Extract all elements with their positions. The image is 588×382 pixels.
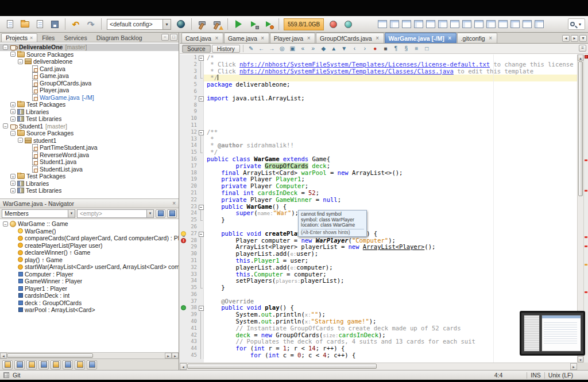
code-line[interactable]: 32 playerList.add(e:computer); xyxy=(180,264,577,271)
editor-tab-game.java[interactable]: Game.java× xyxy=(224,33,269,43)
uncomment-button[interactable]: § xyxy=(401,44,411,53)
code-line[interactable]: 42 deck = new GroupOfCards(size:cardsInD… xyxy=(180,332,577,339)
window-icon-2[interactable] xyxy=(390,20,399,28)
window-icon-12[interactable] xyxy=(510,20,520,28)
project-tree-item[interactable]: +Test Packages xyxy=(0,101,179,108)
line-number[interactable]: 37 xyxy=(187,298,198,305)
error-stripe-mark[interactable] xyxy=(585,159,587,161)
project-tree-item[interactable]: +Libraries xyxy=(0,108,179,116)
fold-icon[interactable] xyxy=(198,95,204,102)
quick-search[interactable]: ▾ xyxy=(568,18,585,30)
code-line[interactable]: 38 public void play() { xyxy=(180,305,577,311)
rectangular-selection-button[interactable]: □ xyxy=(422,44,432,53)
line-number[interactable]: 7 xyxy=(187,95,198,102)
expander-icon[interactable]: − xyxy=(18,59,23,64)
new-project-button[interactable] xyxy=(18,17,32,31)
line-number[interactable]: 14 xyxy=(187,142,198,149)
close-icon[interactable]: × xyxy=(30,36,33,41)
code-line[interactable]: 37 @Override xyxy=(180,298,577,305)
expander-icon[interactable]: − xyxy=(18,138,23,143)
line-number[interactable]: 43 xyxy=(187,338,198,345)
error-stripe-mark[interactable] xyxy=(585,245,587,247)
window-icon-6[interactable] xyxy=(438,20,447,28)
window-icon-8[interactable] xyxy=(462,20,471,28)
panel-tab-projects[interactable]: Projects× xyxy=(1,33,37,42)
run-gc-button[interactable] xyxy=(341,17,355,31)
scroll-tabs-left-button[interactable]: ◂ xyxy=(562,35,570,42)
line-number[interactable]: 9 xyxy=(187,108,198,115)
line-number[interactable]: 30 xyxy=(187,251,198,258)
expander-icon[interactable]: − xyxy=(10,131,16,136)
code-line[interactable]: 27 public void createPlayerList(Player u… xyxy=(180,231,577,237)
highlight-occurrences-button[interactable]: ▣ xyxy=(288,44,297,53)
code-line[interactable]: 5package deliverableone; xyxy=(180,81,577,88)
fold-icon[interactable] xyxy=(198,129,204,136)
line-number[interactable]: 20 xyxy=(187,183,198,190)
expander-icon[interactable]: − xyxy=(10,52,16,57)
project-tree-item[interactable]: −Source Packages xyxy=(0,130,179,137)
shift-line-left-button[interactable]: ‹ xyxy=(350,44,359,53)
code-line[interactable]: 6 xyxy=(180,88,577,95)
navigator-sort-button[interactable] xyxy=(156,209,165,218)
line-number[interactable]: 22 xyxy=(187,197,198,204)
navigator-item[interactable]: play() ↑ Game xyxy=(0,256,179,264)
project-tree-item[interactable]: +Test Libraries xyxy=(0,115,179,123)
line-number[interactable]: 34 xyxy=(187,278,198,284)
line-number[interactable]: 32 xyxy=(187,264,198,271)
line-number[interactable]: 15 xyxy=(187,149,198,156)
shift-line-right-button[interactable]: › xyxy=(360,44,370,53)
next-error-button[interactable]: ▼ xyxy=(339,44,349,53)
window-icon-10[interactable] xyxy=(486,20,496,28)
close-icon[interactable]: × xyxy=(260,36,265,41)
error-stripe-mark[interactable] xyxy=(585,264,587,266)
line-number[interactable]: 13 xyxy=(187,136,198,143)
code-line[interactable]: 30 playerList.add(e:user); xyxy=(180,251,577,258)
line-number[interactable]: 40 xyxy=(187,318,198,325)
editor-tab-groupofcards.java[interactable]: GroupOfCards.java× xyxy=(316,33,384,43)
window-icon-9[interactable] xyxy=(474,20,483,28)
scroll-right-icon[interactable]: ▸ xyxy=(165,353,172,358)
memory-indicator[interactable]: 559.8/1.0GB xyxy=(284,18,324,30)
line-number[interactable]: 36 xyxy=(187,291,198,298)
editor-tab-wargame.java[interactable]: WarGame.java [-/M]× xyxy=(385,33,457,43)
navigator-item[interactable]: createPlayerList(Player user) xyxy=(0,242,179,250)
source-view-button[interactable]: Source xyxy=(182,45,211,53)
project-tree-item[interactable]: +Libraries xyxy=(0,180,179,188)
navigator-item[interactable]: GameWinner : Player xyxy=(0,278,179,285)
fold-icon[interactable] xyxy=(198,204,204,211)
sort-by-name-icon[interactable] xyxy=(63,360,73,369)
code-line[interactable]: 31 this.Player1 = user; xyxy=(180,258,577,264)
scroll-right-icon[interactable]: ▸ xyxy=(172,353,179,358)
line-number[interactable]: 21 xyxy=(187,190,198,197)
code-area[interactable]: 1/*2 * Click nbfs://nbhost/SystemFileSys… xyxy=(180,54,577,362)
code-line[interactable]: 28 Player computer = new WarPlayer("Comp… xyxy=(180,237,577,244)
code-line[interactable]: 12/** xyxy=(180,129,577,136)
code-line[interactable]: 11 xyxy=(180,122,577,129)
line-ending-indicator[interactable]: Unix (LF) xyxy=(548,372,573,379)
line-number[interactable]: 39 xyxy=(187,311,198,318)
code-line[interactable]: 43 // Populates the deck of cards, 4 sui… xyxy=(180,338,577,345)
expander-icon[interactable]: + xyxy=(10,174,16,179)
scroll-left-icon[interactable]: ◂ xyxy=(180,363,187,370)
line-number[interactable]: 6 xyxy=(187,88,198,95)
code-line[interactable]: 33 this.Computer = computer; xyxy=(180,271,577,278)
filter-show-public-icon[interactable] xyxy=(38,360,49,369)
open-project-button[interactable] xyxy=(33,17,47,31)
error-stripe-mark[interactable] xyxy=(585,236,587,238)
line-number[interactable]: 18 xyxy=(187,170,198,177)
expander-icon[interactable]: + xyxy=(10,116,16,122)
code-line[interactable]: 10 xyxy=(180,115,577,122)
tab-list-button[interactable]: ▾ xyxy=(579,35,587,42)
editor-tab-gitconfig[interactable]: .gitconfig× xyxy=(457,33,497,43)
project-tree-item[interactable]: −Student1[master] xyxy=(0,123,179,130)
navigator-item[interactable]: −WarGame :: Game xyxy=(0,220,179,228)
run-config-dropdown[interactable]: <default config> ▾ xyxy=(107,19,171,30)
line-number[interactable]: 38 xyxy=(187,305,198,311)
project-tree-item[interactable]: ReverseWord.java xyxy=(0,151,179,159)
scroll-left-icon[interactable]: ◂ xyxy=(0,353,7,358)
next-bookmark-button[interactable]: » xyxy=(308,44,318,53)
scrollbar-thumb[interactable] xyxy=(7,353,93,358)
code-line[interactable]: 21 final int cardsInDeck = 52; xyxy=(180,190,577,197)
profile-project-button[interactable] xyxy=(261,17,275,31)
filter-show-protected-icon[interactable] xyxy=(51,360,61,369)
